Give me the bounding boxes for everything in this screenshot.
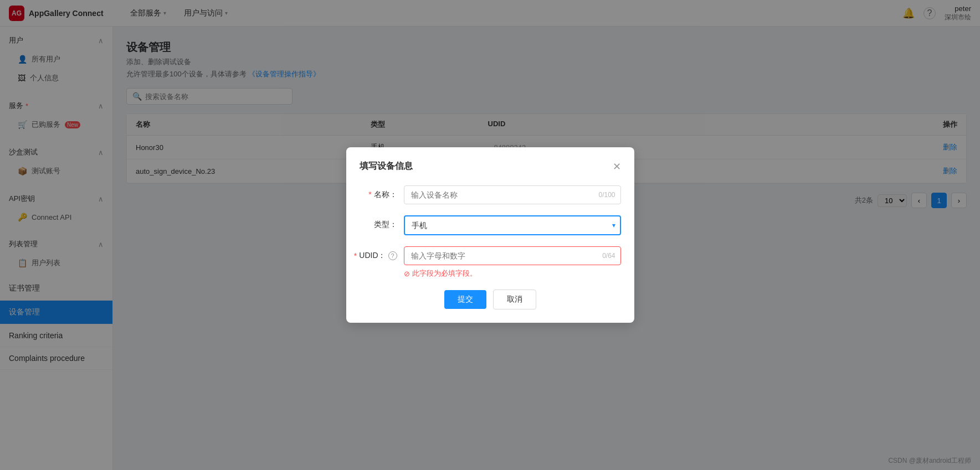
form-row-type: 类型： 手机 平板 其他 ▾: [360, 215, 621, 235]
udid-count: 0/64: [602, 252, 615, 260]
modal-header: 填写设备信息 ✕: [360, 161, 621, 172]
form-row-name: 名称： 0/100: [360, 185, 621, 204]
form-label-name: 名称：: [360, 185, 404, 200]
submit-button[interactable]: 提交: [444, 290, 486, 309]
input-wrap-udid: 0/64: [404, 246, 621, 265]
cancel-button[interactable]: 取消: [493, 290, 536, 309]
udid-error-message: ⊘ 此字段为必填字段。: [404, 268, 621, 278]
error-icon: ⊘: [404, 270, 410, 278]
modal-close-button[interactable]: ✕: [613, 162, 621, 172]
form-control-udid: 0/64 ⊘ 此字段为必填字段。: [404, 246, 621, 278]
modal-footer: 提交 取消: [360, 290, 621, 309]
form-row-udid: UDID： ? 0/64 ⊘ 此字段为必填字段。: [360, 246, 621, 278]
modal-title: 填写设备信息: [360, 161, 413, 172]
modal-overlay: 填写设备信息 ✕ 名称： 0/100 类型： 手机 平板 其他: [0, 0, 980, 470]
error-text: 此字段为必填字段。: [412, 268, 477, 278]
modal-dialog: 填写设备信息 ✕ 名称： 0/100 类型： 手机 平板 其他: [346, 147, 634, 323]
form-label-udid: UDID： ?: [360, 246, 404, 261]
form-label-type: 类型：: [360, 215, 404, 230]
form-control-name: 0/100: [404, 185, 621, 204]
form-control-type: 手机 平板 其他 ▾: [404, 215, 621, 235]
name-count: 0/100: [598, 191, 615, 199]
select-wrap-type: 手机 平板 其他 ▾: [404, 215, 621, 235]
udid-input[interactable]: [404, 246, 621, 265]
input-wrap-name: 0/100: [404, 185, 621, 204]
type-select[interactable]: 手机 平板 其他: [404, 215, 621, 235]
udid-help-icon[interactable]: ?: [388, 251, 397, 260]
name-input[interactable]: [404, 185, 621, 204]
